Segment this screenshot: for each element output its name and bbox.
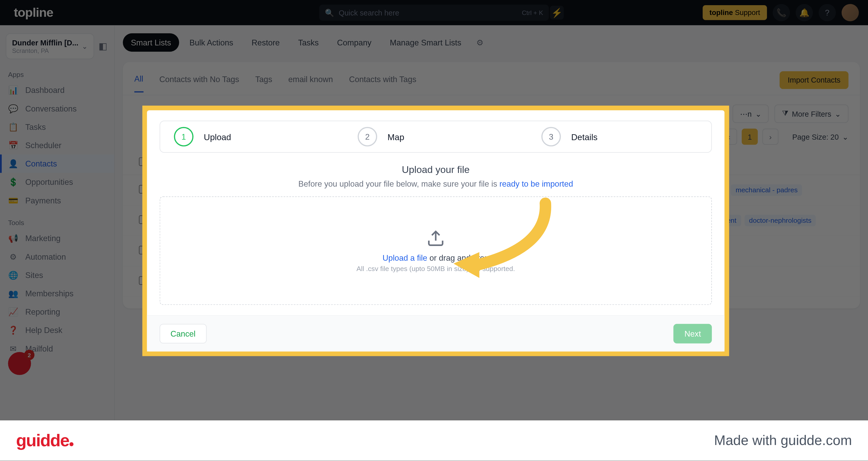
import-modal: 1Upload2Map3Details Upload your file Bef… — [147, 110, 724, 351]
guidde-footer: guidde Made with guidde.com — [0, 421, 868, 461]
modal-title: Upload your file — [160, 164, 712, 176]
step-number: 2 — [358, 127, 377, 147]
upload-icon — [427, 229, 445, 247]
guidde-logo: guidde — [16, 431, 73, 451]
step-map: 2Map — [344, 121, 528, 152]
import-modal-highlight: 1Upload2Map3Details Upload your file Bef… — [143, 105, 729, 356]
step-label: Upload — [204, 132, 231, 142]
step-upload: 1Upload — [160, 121, 344, 152]
import-stepper: 1Upload2Map3Details — [160, 121, 712, 153]
guidde-credit: Made with guidde.com — [714, 432, 852, 448]
next-button[interactable]: Next — [674, 324, 712, 343]
step-number: 3 — [541, 127, 561, 147]
dz-rest-text: or drag and drop — [427, 253, 489, 262]
step-details: 3Details — [528, 121, 711, 152]
step-number: 1 — [174, 127, 193, 147]
step-label: Details — [571, 132, 597, 142]
modal-subtitle: Before you upload your file below, make … — [160, 179, 712, 188]
upload-dropzone[interactable]: Upload a file or drag and drop All .csv … — [160, 196, 712, 305]
cancel-button[interactable]: Cancel — [160, 324, 207, 343]
upload-file-link[interactable]: Upload a file — [383, 253, 427, 262]
dz-hint: All .csv file types (upto 50MB in size) … — [356, 265, 515, 273]
step-label: Map — [388, 132, 404, 142]
ready-import-link[interactable]: ready to be imported — [499, 179, 573, 188]
